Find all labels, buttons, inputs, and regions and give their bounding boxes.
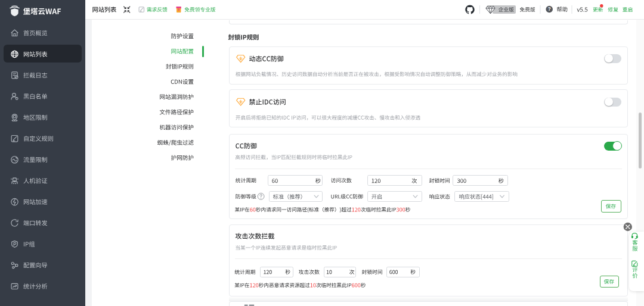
svg-text:?: ? [548,7,551,12]
